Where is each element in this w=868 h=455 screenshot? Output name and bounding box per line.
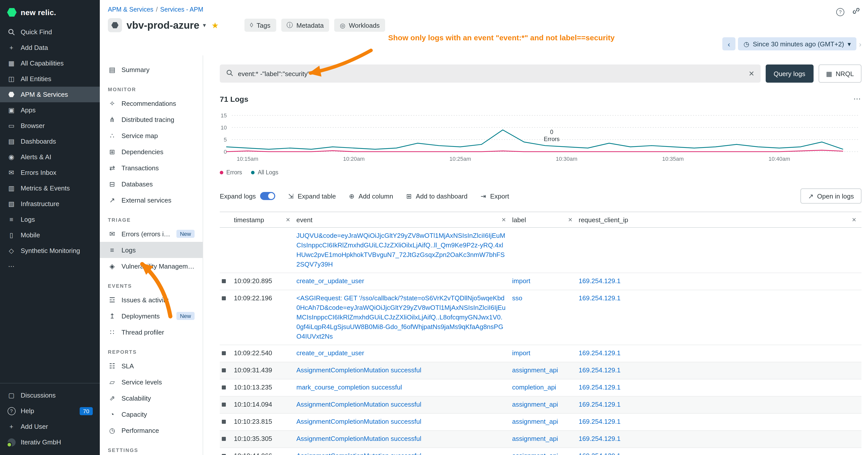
- sidebar-item-logs[interactable]: ≡Logs: [0, 212, 100, 227]
- service-nav-item-dependencies[interactable]: ⊞Dependencies: [100, 143, 203, 160]
- log-row[interactable]: 10:09:22.196<ASGIRequest: GET '/sso/call…: [220, 290, 862, 345]
- open-in-logs-button[interactable]: ↗ Open in logs: [801, 189, 862, 203]
- log-client-ip-link[interactable]: 169.254.129.1: [578, 430, 862, 447]
- service-nav-item-performance[interactable]: ◷Performance: [100, 422, 203, 438]
- log-label-link[interactable]: import: [511, 273, 578, 290]
- log-label-link[interactable]: assignment_api: [511, 396, 578, 413]
- sidebar-item-iterativ-gmbh[interactable]: Iterativ GmbH: [0, 434, 100, 450]
- help-icon[interactable]: ?: [836, 8, 844, 16]
- service-nav-item-sla[interactable]: ☷SLA: [100, 358, 203, 374]
- remove-column-icon[interactable]: ✕: [852, 217, 857, 223]
- service-nav-item-service-map[interactable]: ∴Service map: [100, 128, 203, 143]
- log-client-ip-link[interactable]: 169.254.129.1: [578, 414, 862, 430]
- service-nav-item-thread-profiler[interactable]: ∷Thread profiler: [100, 324, 203, 340]
- service-nav-item-summary[interactable]: ▤Summary: [100, 62, 203, 77]
- row-marker-icon[interactable]: [222, 368, 226, 372]
- row-marker-icon[interactable]: [222, 402, 226, 407]
- entity-switcher-caret-icon[interactable]: ▾: [203, 22, 206, 29]
- service-nav-item-distributed-tracing[interactable]: ⋔Distributed tracing: [100, 111, 203, 128]
- sidebar-item-more[interactable]: ⋯: [0, 259, 100, 274]
- sidebar-item-help[interactable]: ?Help70: [0, 403, 100, 419]
- sidebar-item-apps[interactable]: ▣Apps: [0, 102, 100, 118]
- log-label-link[interactable]: assignment_api: [511, 430, 578, 447]
- column-header-request-client-ip[interactable]: request_client_ip✕: [578, 216, 862, 224]
- legend-errors[interactable]: Errors: [220, 169, 242, 175]
- log-label-link[interactable]: assignment_api: [511, 362, 578, 379]
- time-forward-button[interactable]: ›: [859, 39, 862, 48]
- breadcrumb-services-apm[interactable]: Services - APM: [160, 6, 204, 13]
- row-marker-icon[interactable]: [222, 386, 226, 390]
- clear-query-icon[interactable]: ✕: [748, 69, 754, 77]
- log-row[interactable]: 10:10:14.094AssignmentCompletionMutation…: [220, 396, 862, 414]
- row-marker-icon[interactable]: [222, 352, 226, 356]
- log-client-ip-link[interactable]: 169.254.129.1: [578, 396, 862, 413]
- log-event-link[interactable]: AssignmentCompletionMutation successful: [296, 414, 511, 430]
- log-event-link[interactable]: create_or_update_user: [296, 273, 511, 290]
- sidebar-item-add-user[interactable]: +Add User: [0, 419, 100, 434]
- log-row[interactable]: 10:09:22.540create_or_update_userimport1…: [220, 346, 862, 362]
- service-nav-item-deployments[interactable]: ↥DeploymentsNew: [100, 308, 203, 324]
- log-client-ip-link[interactable]: 169.254.129.1: [578, 448, 862, 455]
- sidebar-item-all-capabilities[interactable]: ▦All Capabilities: [0, 56, 100, 71]
- workloads-button[interactable]: ◎ Workloads: [334, 19, 385, 32]
- log-label-link[interactable]: import: [511, 346, 578, 362]
- new-relic-logo[interactable]: new relic.: [0, 0, 100, 24]
- nrql-button[interactable]: ▦ NRQL: [818, 65, 862, 83]
- time-back-button[interactable]: ‹: [722, 37, 736, 51]
- sidebar-item-errors-inbox[interactable]: ✉Errors Inbox: [0, 165, 100, 181]
- time-range-button[interactable]: ◷ Since 30 minutes ago (GMT+2) ▾: [738, 37, 857, 51]
- log-client-ip-link[interactable]: 169.254.129.1: [578, 346, 862, 362]
- sidebar-item-apm-services[interactable]: APM & Services: [0, 87, 100, 102]
- log-client-ip-link[interactable]: 169.254.129.1: [578, 380, 862, 396]
- breadcrumb-apm-services[interactable]: APM & Services: [108, 6, 154, 13]
- export-button[interactable]: ⇥ Export: [480, 192, 509, 200]
- log-event-link[interactable]: create_or_update_user: [296, 346, 511, 362]
- log-event-link[interactable]: <ASGIRequest: GET '/sso/callback/?state=…: [296, 290, 511, 345]
- row-marker-icon[interactable]: [222, 436, 226, 441]
- service-nav-item-external-services[interactable]: ↗External services: [100, 192, 203, 208]
- service-nav-item-capacity[interactable]: ◔Capacity: [100, 406, 203, 422]
- remove-column-icon[interactable]: ✕: [286, 217, 290, 223]
- log-row[interactable]: 10:09:20.895create_or_update_userimport1…: [220, 273, 862, 291]
- log-client-ip-link[interactable]: 169.254.129.1: [578, 273, 862, 290]
- log-client-ip-link[interactable]: 169.254.129.1: [578, 362, 862, 379]
- chart-options-kebab-icon[interactable]: ⋯: [854, 94, 862, 103]
- row-marker-icon[interactable]: [222, 420, 226, 424]
- tags-button[interactable]: ◊ Tags: [245, 19, 276, 32]
- log-row[interactable]: 10:10:35.305AssignmentCompletionMutation…: [220, 430, 862, 448]
- sidebar-item-synthetic-monitoring[interactable]: ◇Synthetic Monitoring: [0, 243, 100, 259]
- service-nav-item-databases[interactable]: ⊟Databases: [100, 176, 203, 192]
- expand-logs-toggle[interactable]: Expand logs: [220, 192, 275, 200]
- row-marker-icon[interactable]: [222, 280, 226, 284]
- add-to-dashboard-button[interactable]: ⊞ Add to dashboard: [406, 192, 467, 200]
- sidebar-item-discussions[interactable]: ▢Discussions: [0, 388, 100, 403]
- remove-column-icon[interactable]: ✕: [501, 217, 506, 223]
- service-nav-item-vulnerability-management[interactable]: ◈Vulnerability Management: [100, 258, 203, 274]
- service-nav-item-logs[interactable]: ≡Logs: [100, 242, 203, 258]
- sidebar-item-browser[interactable]: ▭Browser: [0, 118, 100, 133]
- remove-column-icon[interactable]: ✕: [568, 217, 572, 223]
- log-event-link[interactable]: AssignmentCompletionMutation successful: [296, 362, 511, 379]
- log-row[interactable]: 10:10:23.815AssignmentCompletionMutation…: [220, 414, 862, 431]
- toggle-on-icon[interactable]: [260, 192, 275, 200]
- log-event-link[interactable]: AssignmentCompletionMutation successful: [296, 430, 511, 447]
- log-event-link[interactable]: JUQVU&code=eyJraWQiOiJjcGltY29yZV8wOTl1M…: [296, 228, 511, 273]
- favorite-star-icon[interactable]: ★: [212, 21, 219, 30]
- log-client-ip-link[interactable]: 169.254.129.1: [578, 290, 862, 307]
- sidebar-item-quick-find[interactable]: Quick Find: [0, 24, 100, 40]
- query-logs-button[interactable]: Query logs: [766, 65, 813, 83]
- log-label-link[interactable]: completion_api: [511, 380, 578, 396]
- log-event-link[interactable]: mark_course_completion successful: [296, 380, 511, 396]
- sidebar-item-mobile[interactable]: ▯Mobile: [0, 227, 100, 243]
- column-header-timestamp[interactable]: timestamp✕: [233, 216, 296, 224]
- permalink-icon[interactable]: [852, 7, 860, 17]
- log-row[interactable]: 10:09:31.439AssignmentCompletionMutation…: [220, 362, 862, 380]
- log-label-link[interactable]: sso: [511, 290, 578, 307]
- sidebar-item-infrastructure[interactable]: ▧Infrastructure: [0, 196, 100, 212]
- expand-table-button[interactable]: ⇲ Expand table: [288, 192, 336, 200]
- sidebar-item-metrics-events[interactable]: ▥Metrics & Events: [0, 181, 100, 196]
- service-nav-item-transactions[interactable]: ⇄Transactions: [100, 160, 203, 176]
- row-marker-icon[interactable]: [222, 296, 226, 300]
- metadata-button[interactable]: ⓘ Metadata: [281, 19, 329, 32]
- log-row[interactable]: 10:10:44.066AssignmentCompletionMutation…: [220, 448, 862, 455]
